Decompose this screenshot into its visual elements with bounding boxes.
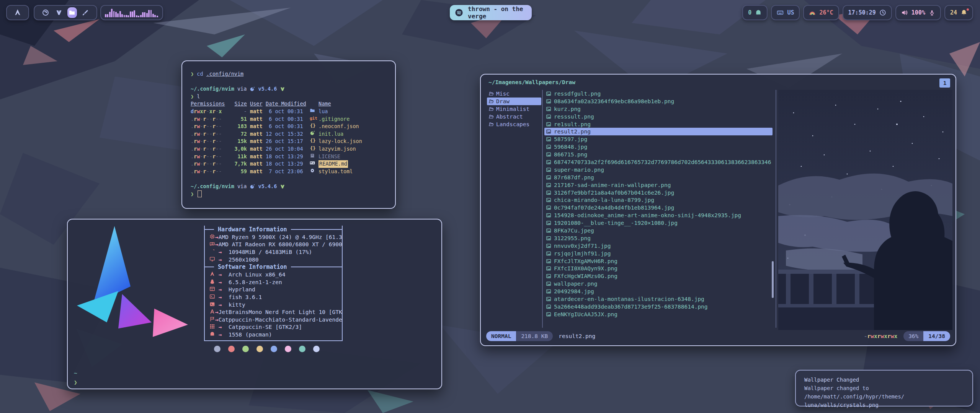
tray-volume[interactable]: 100% xyxy=(895,5,941,20)
arrow-icon: → xyxy=(219,302,229,308)
file-list-item[interactable]: kurz.png xyxy=(544,105,773,113)
file-list-item[interactable]: re1sult.png xyxy=(544,120,773,128)
file-row[interactable]: .rw-r--r--72matt12 oct 15:32init.lua xyxy=(191,130,390,138)
sidebar-item-abstract[interactable]: Abstract xyxy=(487,113,541,120)
file-list-item[interactable]: FXfcJlTXgAMvH6R.png xyxy=(544,257,773,265)
pane-divider-right xyxy=(776,90,776,328)
tab-badge[interactable]: 1 xyxy=(939,78,950,88)
palette-dot-5 xyxy=(285,346,291,352)
prompt-symbol: ❯ xyxy=(74,378,77,387)
file-row[interactable]: .rw-r--r--11kmatt18 oct 13:29LICENSE xyxy=(191,153,390,161)
dock-app-vim[interactable] xyxy=(54,7,64,18)
sidebar-item-draw[interactable]: Draw xyxy=(487,98,541,105)
file-list-item[interactable]: 8FKa7Cu.jpeg xyxy=(544,227,773,234)
file-row[interactable]: .rw-r--r--183matt 6 oct 00:31{}.neoconf.… xyxy=(191,123,390,130)
permissions: .rw-r--r-- xyxy=(191,130,227,138)
file-name: 3126f7e9bbf21a8a4af0b67b041c6e26.jpg xyxy=(554,190,674,196)
file-list-item[interactable]: FXfcII0X0AQyn9X.png xyxy=(544,265,773,272)
file-list-item[interactable]: 5a266e448add93deab367d87173e9f25-6837886… xyxy=(544,303,773,311)
file-list-item[interactable]: nnvuv0xj2df71.jpg xyxy=(544,242,773,250)
file-list-item[interactable]: ressdfgult.png xyxy=(544,90,773,98)
file-list-item[interactable]: 154928-odinokoe_anime-art-anime-okno-sin… xyxy=(544,211,773,219)
fetch-info-row: →fish 3.6.1 xyxy=(205,293,342,301)
app-launcher-button[interactable] xyxy=(6,5,29,20)
file-list-item[interactable]: chica-mirando-la-luna-8799.jpg xyxy=(544,196,773,204)
file-list-item[interactable]: FXfcHgcWIAMzs0G.png xyxy=(544,272,773,280)
image-icon xyxy=(546,197,551,203)
info-value: fish 3.6.1 xyxy=(229,294,262,300)
folder-sidebar: MiscDrawMinimalistAbstractLandscapes xyxy=(487,90,541,128)
file-row[interactable]: .rw-r--r--7,7kmatt18 oct 13:29README.md xyxy=(191,160,390,168)
file-list-item[interactable]: super-mario.png xyxy=(544,166,773,174)
tray-updates[interactable]: 0 xyxy=(742,5,768,20)
book-icon xyxy=(310,153,315,158)
file-manager-window[interactable]: ~/Imagenes/Wallpapers/Draw 1 MiscDrawMin… xyxy=(480,74,956,346)
notification-toast[interactable]: Wallpaper Changed Wallpaper changed to /… xyxy=(795,370,973,406)
file-list-item[interactable]: 20492984.jpg xyxy=(544,288,773,295)
image-icon xyxy=(546,167,551,172)
dock-app-files[interactable] xyxy=(67,7,77,18)
text: Name xyxy=(318,101,331,107)
system-tray: 0US26°C17:50:29100%24 xyxy=(742,5,973,20)
file-list-item[interactable]: resssult.png xyxy=(544,113,773,120)
text: 26 oct 10:04 xyxy=(266,146,303,152)
tray-keyboard-layout[interactable]: US xyxy=(771,5,800,20)
sidebar-item-landscapes[interactable]: Landscapes xyxy=(487,120,541,128)
sidebar-label: Misc xyxy=(496,91,510,97)
folder-open-icon xyxy=(488,114,494,119)
file-row[interactable]: .rw-r--r--51matt 6 oct 00:31git.gitignor… xyxy=(191,115,390,123)
file-list-item[interactable]: 68747470733a2f2f696d616765732d7769786d70… xyxy=(544,158,773,166)
tray-clock-value: 17:50:29 xyxy=(848,9,876,16)
file-list-item[interactable]: 866715.png xyxy=(544,151,773,158)
file-row[interactable]: drwxr-xr-x-matt 6 oct 00:31lua xyxy=(191,108,390,115)
file-row[interactable]: .rw-r--r--59matt 7 oct 23:06stylua.toml xyxy=(191,168,390,176)
file-list-item[interactable]: EeNKYgIUcAAJ5JX.png xyxy=(544,311,773,318)
now-playing-widget[interactable]: thrown - on the verge xyxy=(450,5,532,20)
image-icon xyxy=(546,122,551,127)
file-name: 596848.jpg xyxy=(554,144,587,150)
file-list-item[interactable]: 19201080-__blue-tinge__-1920×1080.jpg xyxy=(544,219,773,227)
permissions: .rw-r--r-- xyxy=(191,145,227,153)
file-list-item[interactable]: 596848.jpg xyxy=(544,143,773,151)
file-list-item[interactable]: 0c794faf07de24a4db4d4fb1eb813964.jpg xyxy=(544,204,773,211)
visualizer-bar xyxy=(157,16,158,17)
visualizer-bar xyxy=(136,15,137,17)
file-list-item[interactable]: 87r687df.png xyxy=(544,174,773,181)
palette-dot-3 xyxy=(256,346,263,352)
file-list-item[interactable]: 217167-sad-anime-rain-wallpaper.png xyxy=(544,181,773,189)
file-name: result2.png xyxy=(554,128,591,135)
dock-app-paint[interactable] xyxy=(80,7,90,18)
visualizer-bar xyxy=(109,12,111,17)
file-list-item[interactable]: 3122955.png xyxy=(544,234,773,242)
file-list-item[interactable]: 3126f7e9bbf21a8a4af0b67b041c6e26.jpg xyxy=(544,189,773,197)
markdown-icon xyxy=(310,160,315,166)
file-list-item[interactable]: 587597.jpg xyxy=(544,135,773,143)
sidebar-item-minimalist[interactable]: Minimalist xyxy=(487,105,541,113)
file-list-item[interactable]: rsjqojlmjhf91.jpg xyxy=(544,250,773,257)
visualizer-bar xyxy=(138,16,139,17)
user: matt xyxy=(250,108,266,115)
text: 3,0k xyxy=(234,146,247,152)
terminal-window[interactable]: ❯ cd .config/nvim~/.config/nvim via v5.4… xyxy=(181,60,396,209)
dock-app-firefox[interactable] xyxy=(41,7,51,18)
arch-logo-icon xyxy=(14,9,21,16)
visualizer-bar xyxy=(144,12,145,17)
file-list-item[interactable]: result2.png xyxy=(544,128,773,135)
fetch-window[interactable]: Hardware Information →AMD Ryzen 9 5900X … xyxy=(67,219,442,389)
file-list-item[interactable]: atardecer-en-la-montanas-ilustracion-634… xyxy=(544,295,773,303)
fetch-info-row: →AMD ATI Radeon RX 6800/6800 XT / 6900 X… xyxy=(205,241,342,249)
file-row[interactable]: .rw-r--r--15kmatt26 oct 15:17{}lazy-lock… xyxy=(191,138,390,145)
file-list-item[interactable]: 08a634fa02a32364f69ebc86a98eb1eb.png xyxy=(544,98,773,105)
file-list-item[interactable]: wallpaper.png xyxy=(544,280,773,288)
tray-clock[interactable]: 17:50:29 xyxy=(843,5,892,20)
tray-notifications[interactable]: 24 xyxy=(944,5,973,20)
tray-weather[interactable]: 26°C xyxy=(803,5,839,20)
file-row[interactable]: .rw-r--r--3,0kmatt26 oct 10:04{}lazyvim.… xyxy=(191,145,390,153)
file-list-scrollbar[interactable] xyxy=(772,261,774,298)
image-icon xyxy=(546,91,551,96)
theme-icon xyxy=(209,316,215,323)
text: Permissions xyxy=(191,101,225,107)
sidebar-item-misc[interactable]: Misc xyxy=(487,90,541,98)
file-name: 154928-odinokoe_anime-art-anime-okno-sin… xyxy=(554,212,741,218)
visualizer-bar xyxy=(140,15,142,17)
